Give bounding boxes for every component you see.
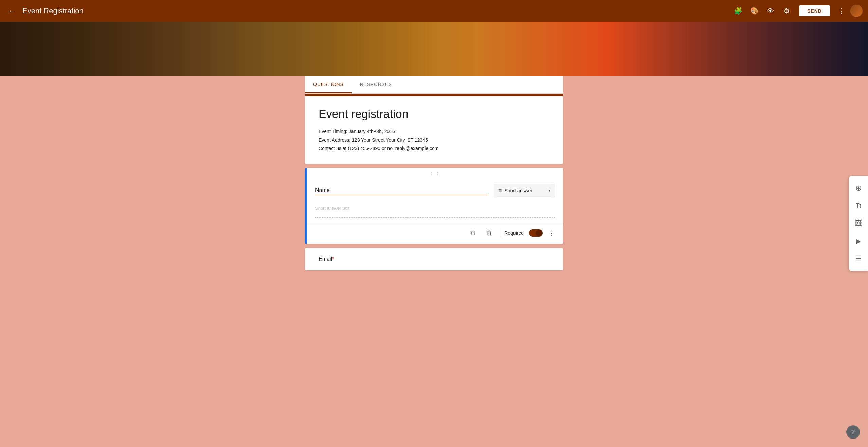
video-icon: ▶ [856, 237, 861, 245]
form-description: Event Timing: January 4th-6th, 2016 Even… [319, 127, 549, 153]
back-button[interactable]: ← [5, 4, 18, 18]
tab-questions[interactable]: QUESTIONS [305, 76, 352, 93]
form-title: Event registration [319, 107, 549, 121]
drag-handle[interactable]: ⋮⋮ [307, 168, 563, 179]
add-video-button[interactable]: ▶ [849, 233, 868, 249]
description-line2: Event Address: 123 Your Street Your City… [319, 136, 549, 144]
toggle-thumb [536, 230, 542, 236]
chevron-down-icon: ▾ [548, 188, 550, 193]
copy-icon: ⧉ [470, 229, 475, 237]
add-section-button[interactable]: ☰ [849, 251, 868, 267]
more-options-icon[interactable]: ⋮ [835, 4, 848, 18]
description-line3: Contact us at (123) 456-7890 or no_reply… [319, 144, 549, 153]
delete-icon: 🗑 [486, 229, 492, 237]
vertical-divider [500, 228, 500, 238]
nav-title: Event Registration [22, 6, 727, 15]
answer-placeholder: Short answer text [315, 203, 555, 218]
image-icon: 🖼 [855, 219, 862, 228]
hero-image [0, 22, 868, 76]
question-type-label: Short answer [505, 188, 546, 193]
avatar-image [850, 5, 863, 17]
tabs-bar: QUESTIONS RESPONSES [305, 76, 563, 94]
question-actions: ⧉ 🗑 Required ⋮ [307, 224, 563, 244]
more-question-options-icon[interactable]: ⋮ [545, 226, 558, 240]
palette-icon[interactable]: 🎨 [747, 4, 761, 18]
question-card-email: Email* [305, 248, 563, 270]
short-answer-type-icon: ≡ [498, 187, 502, 194]
eye-icon[interactable]: 👁 [764, 4, 777, 18]
required-star: * [332, 256, 334, 262]
required-toggle[interactable] [529, 229, 543, 237]
add-icon: ⊕ [855, 184, 862, 193]
copy-button[interactable]: ⧉ [466, 226, 480, 240]
nav-icons: 🧩 🎨 👁 ⚙ SEND ⋮ [731, 4, 863, 18]
add-question-button[interactable]: ⊕ [849, 180, 868, 196]
add-image-button[interactable]: 🖼 [849, 215, 868, 232]
puzzle-icon[interactable]: 🧩 [731, 4, 745, 18]
question-card-name: ⋮⋮ ≡ Short answer ▾ Short answer text ⧉ [305, 168, 563, 244]
description-line1: Event Timing: January 4th-6th, 2016 [319, 127, 549, 136]
form-header-card: Event registration Event Timing: January… [305, 94, 563, 164]
help-button[interactable]: ? [846, 425, 860, 439]
section-icon: ☰ [855, 254, 862, 263]
settings-icon[interactable]: ⚙ [780, 4, 794, 18]
tab-responses[interactable]: RESPONSES [352, 76, 400, 93]
text-icon: Tt [856, 203, 861, 209]
right-sidebar: ⊕ Tt 🖼 ▶ ☰ [849, 176, 868, 271]
page-wrapper: QUESTIONS RESPONSES Event registration E… [0, 76, 868, 284]
email-question-label: Email* [319, 256, 334, 262]
delete-button[interactable]: 🗑 [482, 226, 496, 240]
avatar[interactable] [850, 5, 863, 17]
toggle-track[interactable] [529, 229, 543, 237]
question-content: ≡ Short answer ▾ Short answer text [307, 179, 563, 218]
add-title-button[interactable]: Tt [849, 198, 868, 214]
question-type-selector[interactable]: ≡ Short answer ▾ [494, 184, 555, 197]
question-top-row: ≡ Short answer ▾ [315, 184, 555, 197]
send-button[interactable]: SEND [799, 5, 830, 16]
required-label: Required [504, 230, 524, 236]
top-navigation: ← Event Registration 🧩 🎨 👁 ⚙ SEND ⋮ [0, 0, 868, 22]
center-column: QUESTIONS RESPONSES Event registration E… [305, 76, 563, 270]
question-label-input[interactable] [315, 186, 488, 195]
